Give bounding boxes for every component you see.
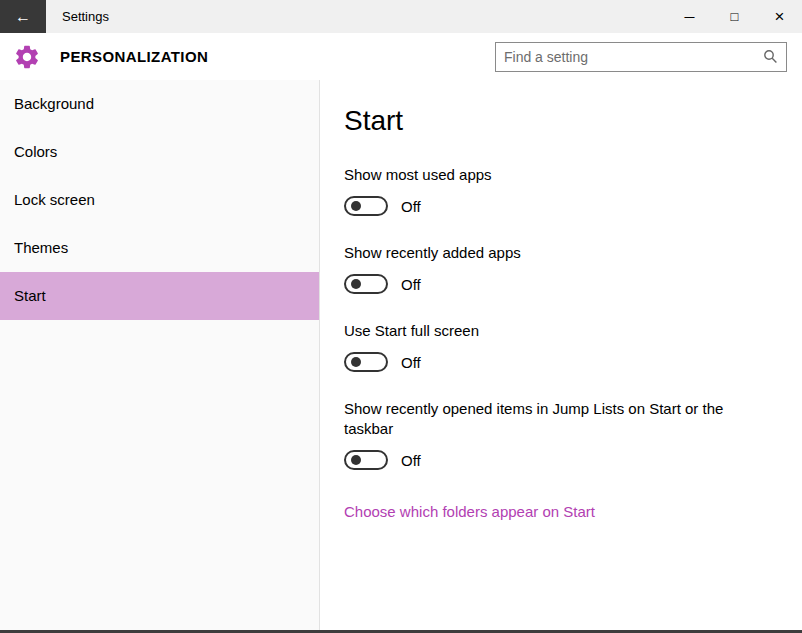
gear-icon xyxy=(13,43,41,71)
back-arrow-icon: ← xyxy=(15,8,31,26)
toggle-state-label: Off xyxy=(401,354,421,371)
maximize-icon: □ xyxy=(731,9,739,24)
toggle-knob xyxy=(351,201,361,211)
search-icon[interactable] xyxy=(763,49,778,64)
toggle-state-label: Off xyxy=(401,276,421,293)
setting-label: Show recently added apps xyxy=(344,243,754,263)
close-icon: × xyxy=(775,7,785,27)
settings-window: ← Settings ─ □ × PERSONALIZATION xyxy=(0,0,802,633)
back-button[interactable]: ← xyxy=(0,0,46,33)
choose-folders-link[interactable]: Choose which folders appear on Start xyxy=(344,503,595,520)
app-body: Background Colors Lock screen Themes Sta… xyxy=(0,80,802,633)
setting-label: Show recently opened items in Jump Lists… xyxy=(344,399,754,439)
toggle-show-recently-added-apps[interactable] xyxy=(344,274,388,294)
toggle-knob xyxy=(351,455,361,465)
sidebar-item-lock-screen[interactable]: Lock screen xyxy=(0,176,319,224)
search-input[interactable] xyxy=(496,43,763,71)
setting-show-jump-lists: Show recently opened items in Jump Lists… xyxy=(344,399,778,470)
toggle-knob xyxy=(351,357,361,367)
sidebar-item-themes[interactable]: Themes xyxy=(0,224,319,272)
sidebar: Background Colors Lock screen Themes Sta… xyxy=(0,80,320,633)
toggle-show-most-used-apps[interactable] xyxy=(344,196,388,216)
setting-show-recently-added-apps: Show recently added apps Off xyxy=(344,243,778,294)
sidebar-item-colors[interactable]: Colors xyxy=(0,128,319,176)
window-title: Settings xyxy=(62,9,109,24)
toggle-show-jump-lists[interactable] xyxy=(344,450,388,470)
toggle-state-label: Off xyxy=(401,452,421,469)
setting-label: Use Start full screen xyxy=(344,321,754,341)
search-box xyxy=(495,42,787,72)
titlebar: ← Settings ─ □ × xyxy=(0,0,802,33)
minimize-button[interactable]: ─ xyxy=(667,0,712,33)
toggle-use-start-full-screen[interactable] xyxy=(344,352,388,372)
page-title: PERSONALIZATION xyxy=(60,48,208,65)
setting-use-start-full-screen: Use Start full screen Off xyxy=(344,321,778,372)
setting-label: Show most used apps xyxy=(344,165,754,185)
toggle-state-label: Off xyxy=(401,198,421,215)
sidebar-item-start[interactable]: Start xyxy=(0,272,319,320)
main-content: Start Show most used apps Off Show recen… xyxy=(320,80,802,633)
window-controls: ─ □ × xyxy=(667,0,802,33)
toggle-knob xyxy=(351,279,361,289)
close-button[interactable]: × xyxy=(757,0,802,33)
sidebar-item-background[interactable]: Background xyxy=(0,80,319,128)
setting-show-most-used-apps: Show most used apps Off xyxy=(344,165,778,216)
minimize-icon: ─ xyxy=(685,9,695,25)
section-title: Start xyxy=(344,105,778,137)
maximize-button[interactable]: □ xyxy=(712,0,757,33)
page-header: PERSONALIZATION xyxy=(0,33,802,80)
